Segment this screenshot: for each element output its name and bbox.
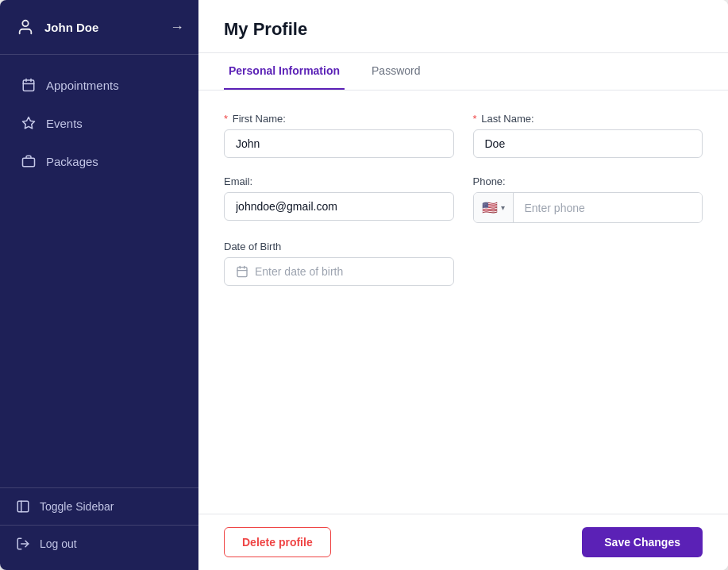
form-area: * First Name: * Last Name: Email: [198,91,728,514]
toggle-sidebar-icon [16,499,30,514]
phone-input-group: 🇺🇸 ▾ [473,192,703,223]
page-title: My Profile [224,19,703,40]
first-name-required-marker: * [224,113,228,125]
save-changes-button[interactable]: Save Changes [582,527,703,557]
first-name-input[interactable] [224,129,454,158]
sidebar-item-appointments-label: Appointments [46,79,119,92]
package-icon [21,153,37,169]
tab-personal-information[interactable]: Personal Information [224,53,345,90]
star-icon [21,115,37,131]
sidebar-user-left: John Doe [14,16,98,38]
delete-profile-button[interactable]: Delete profile [224,527,331,557]
sidebar-item-packages[interactable]: Packages [5,144,194,179]
toggle-sidebar-button[interactable]: Toggle Sidebar [0,488,198,525]
tabs-row: Personal Information Password [198,53,728,91]
calendar-icon [236,265,248,278]
calendar-icon [21,77,37,93]
sidebar-item-packages-label: Packages [46,155,98,168]
logout-label: Log out [40,537,77,550]
main-footer: Delete profile Save Changes [198,514,728,570]
main-content: My Profile Personal Information Password… [198,0,728,570]
tab-password[interactable]: Password [367,53,425,90]
app-container: John Doe → Appointments [0,0,728,570]
user-icon [14,16,37,38]
contact-row: Email: Phone: 🇺🇸 ▾ [224,175,703,223]
phone-country-select[interactable]: 🇺🇸 ▾ [474,193,514,222]
last-name-group: * Last Name: [473,113,703,158]
sidebar-item-events-label: Events [46,117,83,130]
svg-point-0 [22,21,28,26]
toggle-sidebar-label: Toggle Sidebar [40,500,114,513]
chevron-down-icon: ▾ [501,203,505,212]
phone-number-input[interactable] [514,193,703,222]
phone-label: Phone: [473,175,703,187]
last-name-required-marker: * [473,113,477,125]
svg-rect-7 [17,501,29,512]
last-name-label: * Last Name: [473,113,703,125]
email-label: Email: [224,175,454,187]
name-row: * First Name: * Last Name: [224,113,703,158]
dob-placeholder: Enter date of birth [255,265,343,278]
sidebar-nav: Appointments Events Packages [0,55,198,487]
sidebar-item-events[interactable]: Events [5,106,194,141]
dob-label: Date of Birth [224,241,454,252]
first-name-label: * First Name: [224,113,454,125]
dob-row: Date of Birth Enter date of birth [224,241,703,286]
dob-input[interactable]: Enter date of birth [224,257,454,286]
email-input[interactable] [224,192,454,221]
svg-rect-6 [23,158,35,167]
sidebar-user[interactable]: John Doe → [0,0,198,54]
first-name-group: * First Name: [224,113,454,158]
phone-group: Phone: 🇺🇸 ▾ [473,175,703,223]
flag-icon: 🇺🇸 [482,200,498,215]
sidebar-arrow-icon: → [170,19,184,36]
sidebar-username: John Doe [44,21,98,34]
sidebar-bottom: Toggle Sidebar Log out [0,487,198,570]
logout-button[interactable]: Log out [0,526,198,562]
sidebar-item-appointments[interactable]: Appointments [5,67,194,102]
logout-icon [16,537,30,551]
svg-rect-1 [23,80,34,91]
dob-group: Date of Birth Enter date of birth [224,241,454,286]
svg-rect-10 [237,268,247,277]
last-name-input[interactable] [473,129,703,158]
sidebar: John Doe → Appointments [0,0,198,570]
main-header: My Profile [198,0,728,53]
svg-marker-5 [23,117,35,129]
email-group: Email: [224,175,454,223]
